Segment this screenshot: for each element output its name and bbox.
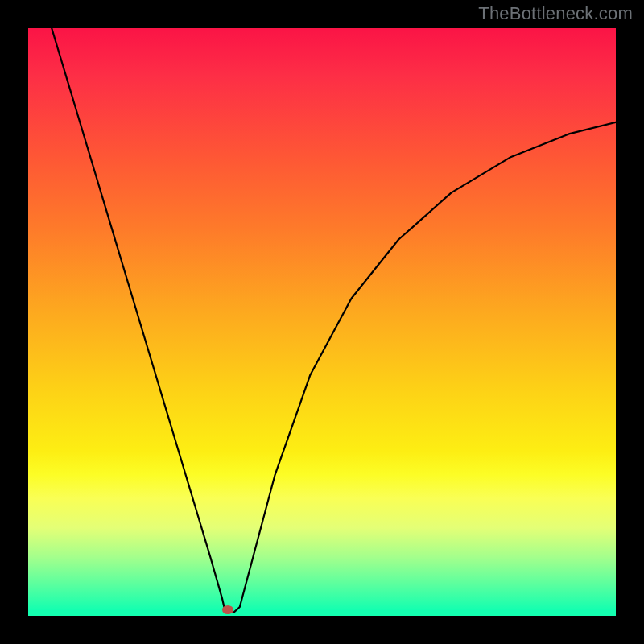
bottleneck-curve — [28, 28, 616, 616]
plot-area — [28, 28, 616, 616]
watermark-link[interactable]: TheBottleneck.com — [478, 3, 633, 24]
chart-frame — [0, 0, 644, 644]
curve-path — [52, 28, 616, 613]
